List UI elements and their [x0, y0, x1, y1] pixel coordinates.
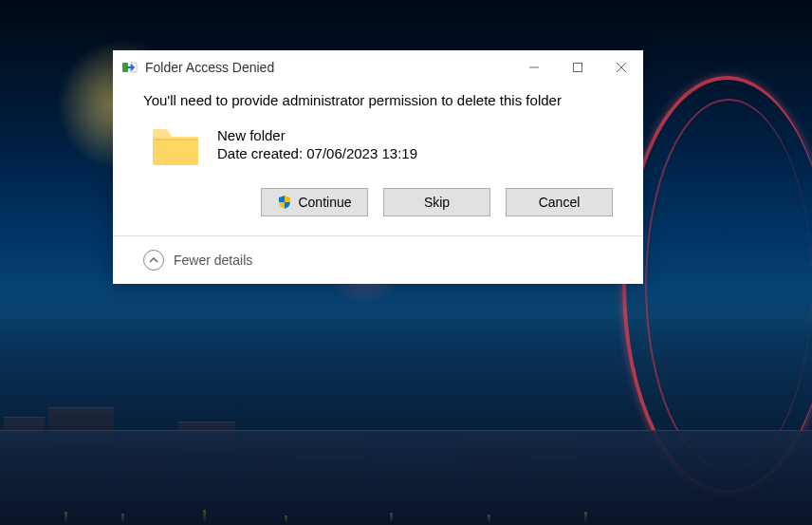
cancel-label: Cancel	[539, 195, 581, 210]
file-operation-icon	[122, 60, 138, 75]
folder-icon	[151, 125, 200, 167]
file-name: New folder	[217, 127, 417, 143]
details-expander[interactable]: Fewer details	[113, 235, 643, 284]
continue-button[interactable]: Continue	[261, 188, 368, 216]
dialog-buttons: Continue Skip Cancel	[143, 188, 613, 216]
svg-rect-2	[574, 64, 582, 72]
expander-label: Fewer details	[174, 253, 252, 268]
skip-label: Skip	[424, 195, 450, 210]
chevron-up-icon	[143, 250, 164, 271]
permission-message: You'll need to provide administrator per…	[143, 92, 613, 108]
folder-access-denied-dialog: Folder Access Denied You'll need to prov…	[113, 50, 643, 284]
cancel-button[interactable]: Cancel	[506, 188, 613, 216]
dialog-body: You'll need to provide administrator per…	[113, 84, 643, 235]
continue-label: Continue	[298, 195, 351, 210]
skip-button[interactable]: Skip	[383, 188, 490, 216]
close-button[interactable]	[600, 50, 643, 84]
minimize-button[interactable]	[512, 50, 556, 84]
uac-shield-icon	[277, 195, 292, 210]
file-info-row: New folder Date created: 07/06/2023 13:1…	[143, 125, 613, 167]
file-details: New folder Date created: 07/06/2023 13:1…	[217, 125, 417, 161]
dialog-title: Folder Access Denied	[145, 60, 512, 75]
file-date-created: Date created: 07/06/2023 13:19	[217, 145, 417, 161]
dialog-titlebar: Folder Access Denied	[113, 50, 643, 84]
window-controls	[512, 50, 643, 84]
maximize-button[interactable]	[556, 50, 600, 84]
